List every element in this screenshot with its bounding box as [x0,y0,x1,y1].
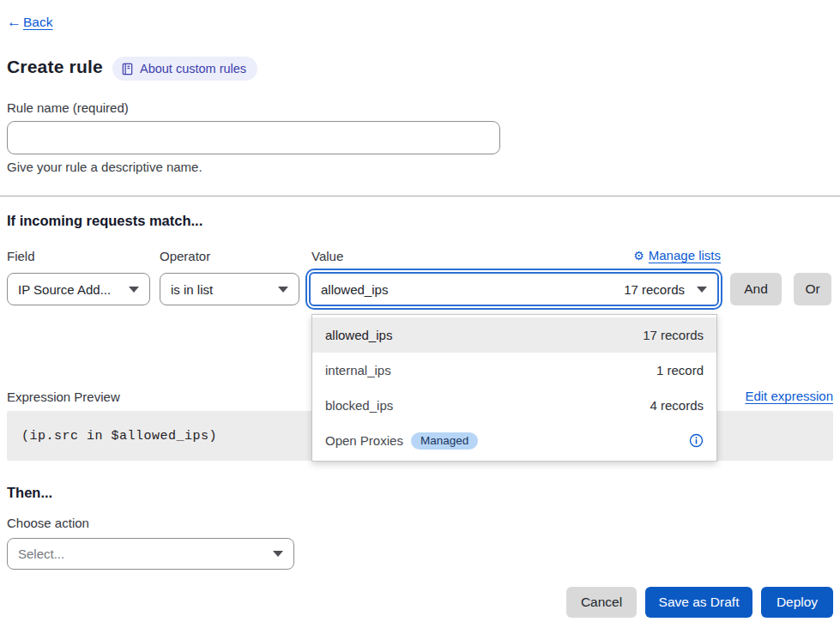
list-option-open-proxies[interactable]: Open Proxies Managed [312,423,716,458]
rule-name-input[interactable] [7,121,500,154]
chevron-down-icon [129,287,139,293]
and-button[interactable]: And [730,273,782,305]
list-option-name: Open Proxies [325,433,403,448]
or-button[interactable]: Or [794,273,831,305]
deploy-button[interactable]: Deploy [761,587,833,618]
rule-name-help-text: Give your rule a descriptive name. [7,160,202,174]
list-option-name: allowed_ips [325,328,643,342]
manage-lists-label: Manage lists [649,248,721,263]
value-column-label: Value [311,249,343,263]
list-option-allowed-ips[interactable]: allowed_ips 17 records [312,317,716,353]
operator-column-label: Operator [160,249,210,263]
list-option-record-count: 1 record [656,363,704,377]
then-section-title: Then... [7,485,52,501]
info-icon[interactable] [689,433,704,448]
chevron-down-icon [273,551,283,557]
section-divider [0,196,840,196]
action-select[interactable]: Select... [7,538,294,570]
about-custom-rules-label: About custom rules [140,62,246,75]
back-arrow-icon: ← [7,14,21,31]
action-select-placeholder: Select... [18,546,273,561]
choose-action-label: Choose action [7,516,89,530]
page-title: Create rule [7,57,103,77]
list-option-name: internal_ips [325,363,656,377]
gear-icon: ⚙ [633,250,644,262]
field-select-value: IP Source Add... [18,282,129,297]
field-column-label: Field [7,249,35,263]
edit-expression-link[interactable]: Edit expression [745,389,833,403]
list-option-internal-ips[interactable]: internal_ips 1 record [312,353,716,388]
save-as-draft-button[interactable]: Save as Draft [645,587,752,618]
back-link-label: Back [23,15,52,30]
value-select[interactable]: allowed_ips 17 records [305,269,722,310]
book-icon [121,63,134,75]
back-link[interactable]: ← Back [7,14,52,31]
about-custom-rules-link[interactable]: About custom rules [112,57,257,81]
managed-badge: Managed [411,432,478,450]
list-option-record-count: 4 records [650,398,704,413]
expression-code: (ip.src in $allowed_ips) [21,429,217,444]
value-select-record-count: 17 records [624,282,685,297]
chevron-down-icon [278,287,288,293]
cancel-button[interactable]: Cancel [566,587,637,618]
match-section-title: If incoming requests match... [7,213,202,229]
create-rule-page: ← Back Create rule About custom rules Ru… [0,0,840,634]
list-dropdown-panel: allowed_ips 17 records internal_ips 1 re… [311,314,717,462]
rule-name-label: Rule name (required) [7,100,129,115]
list-option-record-count: 17 records [643,328,704,342]
field-select[interactable]: IP Source Add... [7,273,150,305]
value-select-inner: allowed_ips 17 records [309,272,719,306]
operator-select[interactable]: is in list [160,273,299,305]
expression-preview-label: Expression Preview [7,389,120,404]
operator-select-value: is in list [171,282,278,297]
manage-lists-link[interactable]: ⚙ Manage lists [633,248,721,263]
list-option-name: blocked_ips [325,398,650,413]
value-select-value: allowed_ips [321,282,615,297]
list-option-blocked-ips[interactable]: blocked_ips 4 records [312,388,716,423]
chevron-down-icon [697,287,707,293]
